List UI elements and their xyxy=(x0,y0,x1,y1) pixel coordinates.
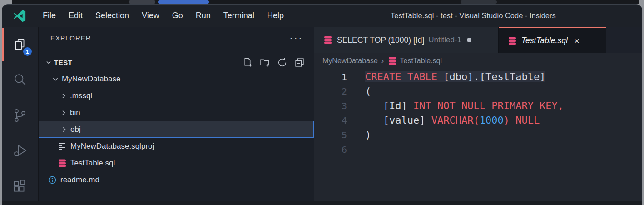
tree-item-obj[interactable]: obj xyxy=(39,121,314,138)
database-icon xyxy=(388,56,397,65)
tree-item-testtable-sql[interactable]: TestTable.sql xyxy=(39,155,314,171)
menu-selection[interactable]: Selection xyxy=(89,5,135,27)
chevron-right-icon xyxy=(59,92,68,100)
breadcrumb-separator: › xyxy=(381,56,384,65)
tree-indent-guide xyxy=(44,87,44,188)
database-icon xyxy=(323,35,332,45)
background-fragment xyxy=(129,0,155,4)
code-text: ) xyxy=(365,128,371,142)
section-label: TEST xyxy=(54,59,72,66)
collapse-all-icon[interactable] xyxy=(294,57,305,68)
menu-go[interactable]: Go xyxy=(166,5,189,27)
activity-extensions[interactable] xyxy=(2,169,38,204)
workbench: 1 xyxy=(2,27,642,205)
tab-select-top-1000-id-[interactable]: SELECT TOP (1000) [Id]Untitled-1 xyxy=(314,27,499,53)
menu-view[interactable]: View xyxy=(135,5,166,27)
new-file-icon[interactable] xyxy=(243,57,253,68)
code-line-5: 5) xyxy=(314,128,642,142)
code-line-3: 3 [Id] INT NOT NULL PRIMARY KEY, xyxy=(314,99,642,113)
more-actions-icon[interactable]: ··· xyxy=(289,35,303,40)
activity-source-control[interactable] xyxy=(2,98,38,133)
editor-group: SELECT TOP (1000) [Id]Untitled-1TestTabl… xyxy=(314,27,642,205)
code-line-6: 6 xyxy=(314,142,642,157)
code-text: [value] VARCHAR(1000) NULL xyxy=(365,113,540,128)
breadcrumb: MyNewDatabase › TestTable.sql xyxy=(314,53,642,69)
tree-item-label: MyNewDatabase.sqlproj xyxy=(70,142,154,151)
tree-item-mynewdatabase[interactable]: MyNewDatabase xyxy=(39,70,314,87)
tab-detail: Untitled-1 xyxy=(428,35,461,45)
vscode-window: FileEditSelectionViewGoRunTerminalHelp T… xyxy=(2,4,642,205)
project-file-icon xyxy=(58,142,67,151)
menu-run[interactable]: Run xyxy=(189,5,217,27)
section-header-test[interactable]: TEST xyxy=(39,54,314,70)
tree-item-label: readme.md xyxy=(60,175,99,185)
database-icon xyxy=(58,159,67,168)
window-bottom-edge xyxy=(2,201,642,205)
code-line-1: 1CREATE TABLE [dbo].[TestTable] xyxy=(314,70,642,84)
tab-title: SELECT TOP (1000) [Id] xyxy=(337,35,424,45)
tab-title: TestTable.sql xyxy=(521,36,568,45)
new-folder-icon[interactable] xyxy=(260,57,270,68)
sidebar-title: EXPLORER xyxy=(50,34,91,42)
search-icon xyxy=(13,73,27,87)
breadcrumb-file-icon xyxy=(388,56,397,65)
background-fragment-blue xyxy=(158,0,209,4)
activity-bar: 1 xyxy=(2,27,39,205)
breadcrumb-file[interactable]: TestTable.sql xyxy=(400,57,442,65)
tree-item-readme-md[interactable]: readme.md xyxy=(39,171,314,188)
modified-dot-icon xyxy=(467,38,471,42)
menu-bar: FileEditSelectionViewGoRunTerminalHelp xyxy=(36,5,290,27)
tree-item-label: obj xyxy=(70,125,81,134)
menu-edit[interactable]: Edit xyxy=(62,5,89,27)
screenshot-root: { "window_title": "TestTable.sql - test … xyxy=(0,0,644,205)
tab-testtable-sql[interactable]: TestTable.sql× xyxy=(499,27,606,53)
tree-item-mynewdatabase-sqlproj[interactable]: MyNewDatabase.sqlproj xyxy=(39,138,314,155)
code-text: [Id] INT NOT NULL PRIMARY KEY, xyxy=(365,99,564,113)
tree-item--mssql[interactable]: .mssql xyxy=(39,87,314,104)
code-text: ( xyxy=(365,84,371,99)
code-text: CREATE TABLE [dbo].[TestTable] xyxy=(365,70,545,84)
tree-item-label: .mssql xyxy=(70,91,92,100)
sidebar-header: EXPLORER ··· xyxy=(39,27,314,49)
code-editor[interactable]: 1CREATE TABLE [dbo].[TestTable]2(3 [Id] … xyxy=(314,69,642,205)
section-toolbar xyxy=(243,57,305,68)
file-tree: MyNewDatabase.mssqlbinobjMyNewDatabase.s… xyxy=(39,70,314,188)
line-number: 1 xyxy=(314,70,347,84)
tab-bar: SELECT TOP (1000) [Id]Untitled-1TestTabl… xyxy=(314,27,642,53)
vscode-insiders-logo-icon xyxy=(13,9,26,23)
database-icon xyxy=(508,36,517,45)
tree-item-bin[interactable]: bin xyxy=(39,104,314,121)
info-icon xyxy=(48,175,57,185)
code-line-2: 2( xyxy=(314,84,642,99)
refresh-icon[interactable] xyxy=(277,57,287,68)
activity-search[interactable] xyxy=(2,62,38,98)
line-number: 2 xyxy=(314,84,347,99)
background-fragment xyxy=(461,0,497,4)
tree-item-label: MyNewDatabase xyxy=(62,75,120,84)
git-branch-icon xyxy=(13,108,27,123)
activity-explorer[interactable]: 1 xyxy=(2,27,38,62)
tree-item-label: TestTable.sql xyxy=(70,159,115,168)
menu-terminal[interactable]: Terminal xyxy=(217,5,261,27)
title-bar: FileEditSelectionViewGoRunTerminalHelp T… xyxy=(2,5,642,27)
code-indent-guide xyxy=(368,99,368,130)
background-window-sliver xyxy=(12,0,639,4)
chevron-down-icon xyxy=(51,75,59,83)
code-line-4: 4 [value] VARCHAR(1000) NULL xyxy=(314,113,642,128)
menu-file[interactable]: File xyxy=(36,5,62,27)
menu-help[interactable]: Help xyxy=(261,5,290,27)
chevron-down-icon xyxy=(45,59,52,66)
line-number: 3 xyxy=(314,99,347,113)
line-number: 6 xyxy=(314,142,347,157)
breadcrumb-folder[interactable]: MyNewDatabase xyxy=(322,57,378,65)
extensions-icon xyxy=(13,179,27,194)
explorer-sidebar: EXPLORER ··· TEST MyNewDatabase.mssqlbin… xyxy=(39,27,314,205)
run-and-debug-icon xyxy=(13,144,27,158)
explorer-badge: 1 xyxy=(23,47,32,56)
activity-run-debug[interactable] xyxy=(2,133,38,169)
tree-item-label: bin xyxy=(70,108,80,117)
close-icon[interactable]: × xyxy=(574,36,580,45)
line-number: 4 xyxy=(314,113,347,128)
window-title: TestTable.sql - test - Visual Studio Cod… xyxy=(391,5,556,27)
chevron-right-icon xyxy=(60,125,68,134)
